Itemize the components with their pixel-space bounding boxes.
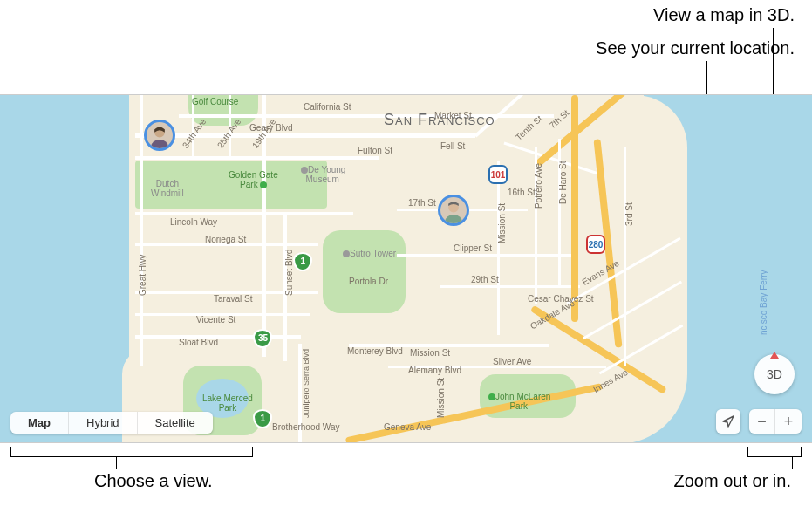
person-marker-2[interactable]	[438, 195, 469, 226]
road-mission-v	[497, 161, 500, 335]
map-viewport[interactable]: California St Geary Blvd Fulton St Linco…	[0, 94, 812, 443]
road-label-vicente: Vicente St	[196, 315, 235, 325]
shield-us101: 101	[488, 165, 508, 184]
road-label-noriega: Noriega St	[205, 235, 246, 244]
person-marker-1[interactable]	[144, 120, 175, 151]
road-label-taraval: Taraval St	[214, 294, 252, 304]
road-label-deharo: De Haro St	[558, 161, 568, 204]
avatar-icon	[147, 122, 173, 148]
road-lincoln	[135, 212, 353, 215]
annotation-region-bottom: Choose a view. Zoom out or in.	[0, 443, 812, 513]
road-label-clipper: Clipper St	[454, 243, 492, 253]
location-arrow-icon	[721, 414, 735, 428]
road-label-ferry: ncisco Bay Ferry	[759, 270, 768, 335]
compass-label: 3D	[767, 367, 782, 381]
poi-lake-merced: Lake MercedPark	[202, 393, 253, 413]
road-label-mission: Mission St	[410, 348, 450, 358]
view-mode-hybrid[interactable]: Hybrid	[69, 412, 138, 434]
svg-point-1	[151, 140, 168, 148]
poi-dot-icon	[260, 181, 267, 188]
3d-compass-button[interactable]: 3D	[754, 354, 795, 394]
view-mode-segmented-control[interactable]: Map Hybrid Satellite	[10, 412, 213, 434]
poi-mclaren: John McLarenPark	[487, 392, 550, 411]
poi-dot-icon	[488, 393, 495, 400]
poi-golden-gate: Golden GatePark	[229, 170, 278, 189]
poi-dot-icon	[301, 167, 308, 174]
poi-deyoung: De YoungMuseum	[299, 165, 345, 184]
poi-dutch: DutchWindmill	[151, 179, 184, 198]
avatar-icon	[440, 197, 467, 223]
road-label-cesar: Cesar Chavez St	[528, 294, 594, 304]
annotation-zoom: Zoom out or in.	[673, 471, 791, 491]
view-mode-map[interactable]: Map	[10, 412, 69, 434]
road-label-sunset: Sunset Blvd	[284, 250, 294, 296]
road-label-brotherhood: Brotherhood Way	[272, 422, 339, 432]
road-label-29th: 29th St	[471, 275, 499, 284]
poi-golf: Golf Course	[192, 97, 238, 106]
road-label-portola: Portola Dr	[349, 277, 388, 286]
annotation-3d: View a map in 3D.	[653, 5, 795, 25]
poi-dot-icon	[343, 250, 350, 257]
road-great-hwy	[140, 95, 143, 366]
current-location-button[interactable]	[716, 409, 740, 434]
annotation-current-location: See your current location.	[596, 38, 795, 58]
road-label-greathwy: Great Hwy	[138, 255, 147, 296]
road-label-potrero: Potrero Ave	[534, 163, 543, 209]
road-label-sloat: Sloat Blvd	[179, 338, 218, 347]
road-label-16th: 16th St	[508, 188, 536, 197]
road-label-mission-v2: Mission St	[436, 378, 446, 418]
road-clipper	[397, 254, 571, 256]
poi-sutro: Sutro Tower	[341, 249, 396, 258]
road-3rd	[624, 147, 626, 366]
annotation-choose-view: Choose a view.	[94, 471, 213, 491]
road-fulton	[135, 156, 379, 160]
road-label-junipero: Junipero Serra Blvd	[302, 349, 310, 418]
road-label-fell: Fell St	[440, 141, 465, 151]
zoom-in-button[interactable]: +	[775, 409, 802, 434]
svg-point-3	[445, 215, 462, 223]
road-label-3rd: 3rd St	[624, 202, 634, 226]
road-label-lincoln: Lincoln Way	[170, 217, 217, 227]
view-mode-satellite[interactable]: Satellite	[138, 412, 213, 434]
annotation-region-top: View a map in 3D. See your current locat…	[0, 0, 812, 94]
road-label-monterey: Monterey Blvd	[347, 346, 403, 356]
road-label-fulton: Fulton St	[358, 146, 392, 155]
road-label-geneva: Geneva Ave	[384, 422, 431, 432]
road-label-california: California St	[304, 102, 351, 112]
road-label-17th: 17th St	[408, 198, 436, 208]
shield-i280: 280	[586, 235, 605, 254]
bracket-choose-view	[10, 447, 253, 457]
city-title: San Francisco	[384, 111, 495, 129]
road-label-alemany: Alemany Blvd	[408, 366, 461, 375]
zoom-out-button[interactable]: −	[749, 409, 775, 434]
zoom-control: − +	[749, 409, 802, 434]
park-center	[323, 230, 406, 313]
bracket-zoom	[747, 447, 802, 457]
road-label-silver: Silver Ave	[493, 357, 531, 366]
road-label-mission-v: Mission St	[497, 203, 507, 243]
